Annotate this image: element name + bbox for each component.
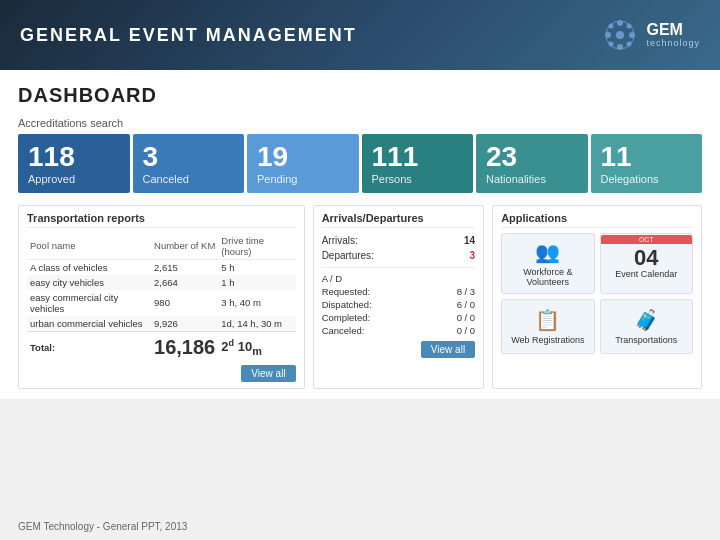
applications-grid: 👥 Workforce &Volunteers OCT 04 Event Cal… [501, 233, 693, 354]
arrivals-label: Arrivals: [322, 235, 358, 246]
acc-canceled-label: Canceled [143, 173, 235, 185]
acc-persons-num: 111 [372, 142, 464, 173]
completed-row: Completed: 0 / 0 [322, 311, 476, 324]
total-label: Total: [27, 331, 151, 361]
row1-name: A class of vehicles [27, 259, 151, 275]
acc-card-canceled[interactable]: 3 Canceled [133, 134, 245, 193]
total-days: 2 [221, 339, 228, 354]
acc-card-delegations[interactable]: 11 Delegations [591, 134, 703, 193]
dispatched-label: Dispatched: [322, 299, 372, 310]
app-card-calendar[interactable]: OCT 04 Event Calendar [600, 233, 693, 294]
requested-val: 8 / 3 [457, 286, 476, 297]
total-hours: 10 [238, 339, 252, 354]
applications-header: Applications [501, 212, 693, 228]
arrivals-divider [322, 267, 476, 268]
departures-value: 3 [470, 250, 476, 261]
row2-name: easy city vehicles [27, 275, 151, 290]
transport-section: Transportation reports Pool name Number … [18, 205, 305, 389]
arrivals-section: Arrivals/Departures Arrivals: 14 Departu… [313, 205, 485, 389]
svg-point-6 [609, 24, 614, 29]
completed-val: 0 / 0 [457, 312, 476, 323]
main-content: DASHBOARD Accreditations search 118 Appr… [0, 70, 720, 399]
dashboard-title: DASHBOARD [18, 84, 702, 107]
dispatched-row: Dispatched: 6 / 0 [322, 298, 476, 311]
table-row: urban commercial vehicles 9,926 1d, 14 h… [27, 316, 296, 332]
acc-card-nationalities[interactable]: 23 Nationalities [476, 134, 588, 193]
col-pool-name: Pool name [27, 233, 151, 260]
acc-card-approved[interactable]: 118 Approved [18, 134, 130, 193]
svg-point-7 [627, 24, 632, 29]
svg-point-9 [627, 42, 632, 47]
acc-pending-label: Pending [257, 173, 349, 185]
acc-delegations-num: 11 [601, 142, 693, 173]
row3-km: 980 [151, 290, 218, 316]
acc-card-persons[interactable]: 111 Persons [362, 134, 474, 193]
arrivals-view-all-button[interactable]: View all [421, 341, 475, 358]
footer-text: GEM Technology - General PPT, 2013 [18, 521, 187, 532]
acc-approved-num: 118 [28, 142, 120, 173]
bottom-row: Transportation reports Pool name Number … [18, 205, 702, 389]
transport-view-all-button[interactable]: View all [241, 365, 295, 382]
requested-row: Requested: 8 / 3 [322, 285, 476, 298]
acc-approved-label: Approved [28, 173, 120, 185]
dispatched-val: 6 / 0 [457, 299, 476, 310]
transportations-label: Transportations [615, 335, 677, 345]
app-card-registrations[interactable]: 📋 Web Registrations [501, 299, 594, 354]
registrations-icon: 📋 [535, 308, 560, 332]
acc-delegations-label: Delegations [601, 173, 693, 185]
svg-point-2 [617, 20, 623, 26]
arr-canceled-val: 0 / 0 [457, 325, 476, 336]
col-km: Number of KM [151, 233, 218, 260]
row3-time: 3 h, 40 m [218, 290, 295, 316]
workforce-label: Workforce &Volunteers [523, 267, 572, 287]
app-card-transportations[interactable]: 🧳 Transportations [600, 299, 693, 354]
hours-unit: m [252, 345, 262, 357]
arrivals-row: Arrivals: 14 [322, 233, 476, 248]
table-row: A class of vehicles 2,615 5 h [27, 259, 296, 275]
svg-point-4 [605, 32, 611, 38]
arrivals-value: 14 [464, 235, 475, 246]
acc-nationalities-label: Nationalities [486, 173, 578, 185]
departures-row: Departures: 3 [322, 248, 476, 263]
row4-km: 9,926 [151, 316, 218, 332]
gem-subtitle: technology [646, 38, 700, 48]
row1-km: 2,615 [151, 259, 218, 275]
transport-header: Transportation reports [27, 212, 296, 228]
svg-point-8 [609, 42, 614, 47]
accreditations-row: 118 Approved 3 Canceled 19 Pending 111 P… [18, 134, 702, 193]
transportations-icon: 🧳 [634, 308, 659, 332]
arr-canceled-row: Canceled: 0 / 0 [322, 324, 476, 337]
transport-table: Pool name Number of KM Drive time (hours… [27, 233, 296, 361]
workforce-icon: 👥 [535, 240, 560, 264]
arrivals-header: Arrivals/Departures [322, 212, 476, 228]
row3-name: easy commercial city vehicles [27, 290, 151, 316]
accreditations-label: Accreditations search [18, 117, 702, 129]
table-row: easy city vehicles 2,664 1 h [27, 275, 296, 290]
gem-name: GEM [646, 22, 682, 38]
svg-point-3 [617, 44, 623, 50]
acc-card-pending[interactable]: 19 Pending [247, 134, 359, 193]
col-drivetime: Drive time (hours) [218, 233, 295, 260]
arr-canceled-label: Canceled: [322, 325, 365, 336]
ao-label: A / D [322, 273, 343, 284]
registrations-label: Web Registrations [511, 335, 584, 345]
applications-section: Applications 👥 Workforce &Volunteers OCT… [492, 205, 702, 389]
row2-time: 1 h [218, 275, 295, 290]
transport-total-row: Total: 16,186 2d 10m [27, 331, 296, 361]
header: General Event Management GEM technology [0, 0, 720, 70]
footer: GEM Technology - General PPT, 2013 [18, 521, 187, 532]
table-row: easy commercial city vehicles 980 3 h, 4… [27, 290, 296, 316]
departures-label: Departures: [322, 250, 374, 261]
gem-logo: GEM technology [602, 17, 700, 53]
app-card-workforce[interactable]: 👥 Workforce &Volunteers [501, 233, 594, 294]
row1-time: 5 h [218, 259, 295, 275]
acc-nationalities-num: 23 [486, 142, 578, 173]
gem-logo-text: GEM technology [646, 22, 700, 48]
total-time-display: 2d 10m [221, 339, 261, 354]
calendar-day: 04 [634, 247, 658, 269]
calendar-month: OCT [601, 235, 692, 244]
calendar-label: Event Calendar [615, 269, 677, 279]
acc-canceled-num: 3 [143, 142, 235, 173]
days-unit: d [229, 338, 235, 348]
row2-km: 2,664 [151, 275, 218, 290]
